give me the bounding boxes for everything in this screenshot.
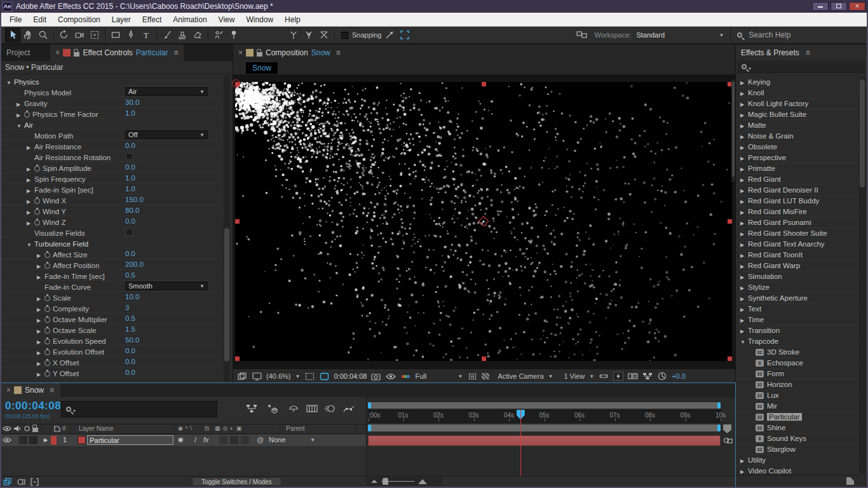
maximize-button[interactable] (831, 2, 847, 11)
magnification-value[interactable]: (40.6%) (266, 372, 291, 380)
clone-stamp-tool[interactable] (175, 28, 190, 43)
category-knoll-light-factory[interactable]: ▶Knoll Light Factory (736, 98, 858, 109)
hand-tool[interactable] (20, 28, 36, 43)
menu-composition[interactable]: Composition (52, 13, 106, 27)
view-axis-mode-icon[interactable] (316, 28, 332, 43)
category-simulation[interactable]: ▶Simulation (736, 271, 858, 282)
category-red-giant-text-anarchy[interactable]: ▶Red Giant Text Anarchy (736, 239, 858, 250)
property-row-fade-in-spin-sec[interactable]: ▶Fade-in Spin [sec]1.0 (0, 184, 221, 194)
workspace-caret-icon[interactable]: ▼ (719, 32, 724, 38)
menu-help[interactable]: Help (279, 13, 306, 27)
workspace-switcher-icon[interactable] (574, 28, 590, 43)
channel-icon[interactable] (400, 372, 410, 381)
layer-handle[interactable] (482, 356, 486, 361)
parent-pickwhip-icon[interactable]: @ (257, 436, 264, 444)
transparency-grid-icon[interactable] (482, 373, 489, 379)
property-row-wind-x[interactable]: ▶Wind X150.0 (0, 194, 221, 205)
category-primatte[interactable]: ▶Primatte (736, 163, 858, 174)
effect-sound-keys[interactable]: 8Sound Keys (736, 433, 858, 444)
grid-guides-icon[interactable] (304, 372, 315, 381)
value-evolution-offset[interactable]: 0.0 (125, 346, 135, 356)
draft-3d-icon[interactable] (266, 402, 280, 415)
current-timecode[interactable]: 0:00:04:08 (5, 400, 61, 412)
viewer-scrollbar[interactable] (731, 80, 735, 182)
shared-views-icon[interactable] (599, 372, 609, 381)
value-affect-size[interactable]: 0.0 (125, 248, 135, 259)
close-button[interactable]: × (849, 2, 865, 11)
expander-icon[interactable]: ▶ (740, 218, 748, 229)
stopwatch-icon[interactable] (34, 220, 40, 226)
stopwatch-icon[interactable] (44, 328, 50, 334)
tab-project[interactable]: Project (0, 44, 39, 61)
value-evolution-speed[interactable]: 50.0 (125, 335, 139, 346)
property-row-visualize-fields[interactable]: Visualize Fields (0, 227, 221, 238)
property-row-gravity[interactable]: ▶Gravity30.0 (0, 97, 221, 108)
value-octave-multiplier[interactable]: 0.5 (125, 313, 135, 324)
property-row-physics-time-factor[interactable]: ▶Physics Time Factor1.0 (0, 108, 221, 119)
value-spin-frequency[interactable]: 1.0 (125, 173, 135, 184)
local-axis-mode-icon[interactable] (286, 28, 301, 43)
show-snapshot-icon[interactable] (386, 372, 396, 381)
search-help-icon[interactable] (737, 32, 742, 37)
effect-controls-scrollbar[interactable] (224, 76, 230, 382)
menu-edit[interactable]: Edit (27, 13, 52, 27)
effect-echospace[interactable]: 8Echospace (736, 358, 858, 369)
property-row-spin-amplitude[interactable]: ▶Spin Amplitude0.0 (0, 162, 221, 173)
layer-label-color[interactable] (51, 436, 57, 445)
expander-icon[interactable]: ▶ (740, 164, 748, 175)
category-red-giant-lut-buddy[interactable]: ▶Red Giant LUT Buddy (736, 196, 858, 207)
layer-name[interactable]: Particular (87, 435, 173, 445)
magnification-caret-icon[interactable]: ▼ (295, 374, 301, 379)
value-wind-z[interactable]: 0.0 (125, 216, 135, 227)
minimize-button[interactable] (812, 2, 829, 11)
quality-switch-icon[interactable]: / (194, 436, 196, 444)
value-wind-x[interactable]: 150.0 (125, 194, 144, 205)
puppet-pin-tool[interactable] (226, 28, 241, 43)
comp-button-icon[interactable] (723, 437, 733, 445)
snap-arrow-icon[interactable] (382, 28, 397, 43)
lock-icon[interactable] (74, 52, 79, 57)
tab-effect-controls[interactable]: × Effect Controls Particular ≡ (50, 44, 183, 61)
effect-3d-stroke[interactable]: 323D Stroke (736, 347, 858, 358)
layer-handle[interactable] (235, 356, 240, 361)
category-time[interactable]: ▶Time (736, 315, 858, 325)
layer-switch-cell[interactable] (29, 436, 37, 444)
menu-view[interactable]: View (213, 13, 241, 27)
zoom-slider-handle[interactable] (383, 478, 388, 485)
category-magic-bullet-suite[interactable]: ▶Magic Bullet Suite (736, 109, 858, 120)
fast-previews-icon[interactable] (613, 372, 623, 381)
property-row-y-offset[interactable]: ▶Y Offset0.0 (0, 367, 221, 378)
category-synthetic-aperture[interactable]: ▶Synthetic Aperture (736, 293, 858, 304)
expander-icon[interactable]: ▶ (740, 175, 748, 186)
menu-file[interactable]: File (4, 13, 27, 27)
comp-marker-well-icon[interactable] (723, 424, 731, 433)
frame-blending-icon[interactable] (305, 402, 319, 415)
expander-icon[interactable]: ▶ (740, 283, 748, 294)
comp-mini-flowchart-icon[interactable] (245, 402, 259, 415)
expander-icon[interactable]: ▶ (740, 78, 748, 88)
stopwatch-icon[interactable] (44, 317, 50, 323)
menu-effect[interactable]: Effect (137, 13, 167, 27)
layer-handle[interactable] (235, 82, 240, 86)
zoom-in-mountain-icon[interactable] (418, 479, 427, 484)
snapshot-icon[interactable] (371, 372, 381, 381)
exposure-icon[interactable] (657, 372, 667, 381)
work-area-start-handle[interactable] (368, 424, 371, 431)
property-row-spin-frequency[interactable]: ▶Spin Frequency1.0 (0, 173, 221, 184)
expander-icon[interactable]: ▶ (740, 142, 748, 153)
pan-behind-tool[interactable] (87, 28, 102, 43)
lock-icon[interactable] (257, 52, 262, 57)
stopwatch-icon[interactable] (44, 349, 50, 355)
camera-tool[interactable] (72, 28, 87, 43)
effect-form[interactable]: 32Form (736, 369, 858, 379)
expander-icon[interactable]: ▶ (740, 229, 748, 240)
effect-shine[interactable]: 32Shine (736, 423, 858, 433)
parent-select[interactable]: None (269, 436, 285, 444)
layer-row-particular[interactable]: ▶ 1 Particular ◉ / fx @ None ▼ (0, 435, 366, 446)
workspace-select[interactable]: Standard (636, 31, 719, 39)
property-row-wind-y[interactable]: ▶Wind Y80.0 (0, 205, 221, 216)
checkbox-air-resistance-rotation[interactable] (126, 153, 133, 160)
stopwatch-icon[interactable] (44, 339, 50, 344)
value-physics-time-factor[interactable]: 1.0 (125, 108, 135, 119)
layer-duration-bar[interactable] (368, 435, 721, 446)
